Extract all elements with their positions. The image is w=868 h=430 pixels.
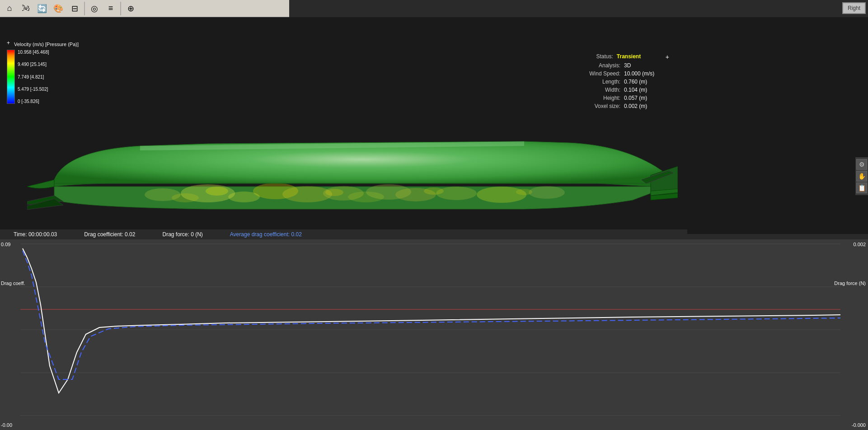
viewport[interactable]: + Velocity (m/s) [Pressure (Pa)] 10.958 … <box>0 17 868 234</box>
height-label: Height: <box>580 95 620 101</box>
y-axis-left: 0.09 -0.00 <box>0 239 18 430</box>
svg-point-7 <box>228 192 260 202</box>
svg-point-17 <box>206 187 228 196</box>
width-label: Width: <box>580 87 620 93</box>
drag-coeff-display: Drag coefficient: 0.02 <box>70 231 149 238</box>
svg-point-11 <box>477 187 526 203</box>
right-button[interactable]: Right <box>842 2 866 14</box>
length-label: Length: <box>580 79 620 85</box>
toolbar-palette-btn[interactable]: 🎨 <box>51 1 66 16</box>
legend-labels: 10.958 [45.468] 9.490 [25.145] 7.749 [4.… <box>18 50 49 104</box>
wind-speed-value: 10.000 (m/s) <box>624 70 669 77</box>
avg-drag-display: Average drag coefficient: 0.02 <box>216 231 315 238</box>
voxel-value: 0.002 (m) <box>624 103 669 109</box>
legend-label-0: 10.958 [45.468] <box>18 50 49 55</box>
drag-chart <box>0 239 868 430</box>
drag-force-label: Drag force (N) <box>834 280 866 286</box>
hand-icon[interactable]: ✋ <box>856 171 867 182</box>
y-right-top-label: 0.002 <box>853 242 866 247</box>
svg-point-13 <box>172 193 199 202</box>
length-value: 0.760 (m) <box>624 79 669 85</box>
layers-icon[interactable]: 📋 <box>856 182 867 193</box>
status-value: Transient <box>617 53 662 61</box>
drag-force-display: Drag force: 0 (N) <box>149 231 216 238</box>
svg-point-19 <box>424 187 444 195</box>
color-legend: + Velocity (m/s) [Pressure (Pa)] 10.958 … <box>7 40 79 104</box>
svg-point-20 <box>516 189 532 195</box>
analysis-value: 3D <box>624 62 669 69</box>
toolbar-rotate-btn[interactable]: 🔄 <box>34 1 50 16</box>
status-label: Status: <box>572 53 613 61</box>
legend-color-bar <box>7 50 15 104</box>
info-expand-icon[interactable]: + <box>666 53 669 61</box>
toolbar-grid-btn[interactable]: ⊟ <box>67 1 82 16</box>
svg-point-10 <box>436 187 477 200</box>
chart-area <box>0 239 868 430</box>
toolbar: ⌂ 🌬 🔄 🎨 ⊟ ◎ ≡ ⊕ <box>0 0 289 17</box>
toolbar-globe-btn[interactable]: ⊕ <box>123 1 138 16</box>
settings-icon[interactable]: ⚙ <box>856 159 867 170</box>
car-3d-view <box>27 121 678 234</box>
wind-speed-label: Wind Speed: <box>580 70 620 77</box>
toolbar-home-btn[interactable]: ⌂ <box>2 1 17 16</box>
svg-point-18 <box>325 189 343 196</box>
toolbar-stack-btn[interactable]: ≡ <box>103 1 118 16</box>
legend-expand-icon[interactable]: + <box>7 40 10 46</box>
status-bar: Time: 00:00:00.03 Drag coefficient: 0.02… <box>0 229 687 239</box>
legend-label-3: 5.479 [-15.502] <box>18 87 49 92</box>
legend-label-2: 7.749 [4.821] <box>18 75 49 79</box>
y-left-top-label: 0.09 <box>1 242 10 247</box>
voxel-label: Voxel size: <box>580 103 620 109</box>
drag-coeff-label: Drag coeff. <box>1 280 25 286</box>
svg-point-8 <box>282 186 332 202</box>
analysis-label: Analysis: <box>580 62 620 69</box>
legend-label-1: 9.490 [25.145] <box>18 62 49 67</box>
toolbar-target-btn[interactable]: ◎ <box>87 1 102 16</box>
legend-title: Velocity (m/s) [Pressure (Pa)] <box>14 42 79 47</box>
width-value: 0.104 (m) <box>624 87 669 93</box>
y-right-bottom-label: -0.000 <box>852 422 866 428</box>
svg-point-12 <box>529 186 565 199</box>
info-panel: Status: Transient + Analysis: 3D Wind Sp… <box>572 53 669 111</box>
y-axis-right: 0.002 -0.000 <box>841 239 868 430</box>
y-left-bottom-label: -0.00 <box>1 422 12 428</box>
toolbar-wind-btn[interactable]: 🌬 <box>18 1 33 16</box>
svg-rect-21 <box>0 239 868 430</box>
time-display: Time: 00:00:00.03 <box>0 231 70 238</box>
right-panel: ⚙ ✋ 📋 <box>855 157 868 195</box>
legend-label-4: 0 [-35.826] <box>18 99 49 104</box>
toolbar-separator-2 <box>120 2 121 15</box>
height-value: 0.057 (m) <box>624 95 669 101</box>
toolbar-separator-1 <box>84 2 85 15</box>
svg-point-14 <box>348 192 384 202</box>
